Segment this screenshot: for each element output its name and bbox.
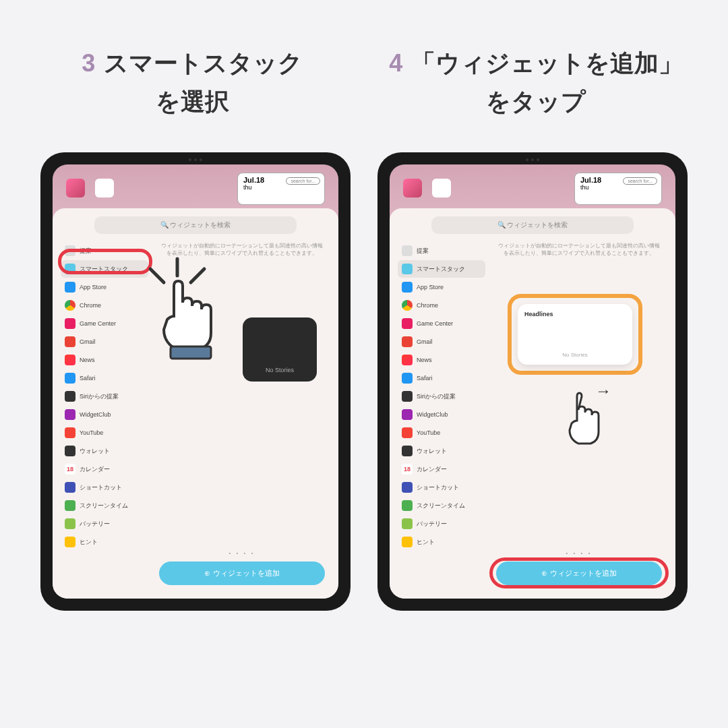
- sidebar-item[interactable]: Chrome: [61, 297, 148, 314]
- search-pill: search for...: [623, 177, 657, 185]
- search-icon: 🔍: [497, 221, 508, 229]
- app-icon: [95, 179, 114, 198]
- sidebar-item[interactable]: YouTube: [61, 424, 148, 442]
- app-icon: [65, 355, 75, 365]
- devices-row: Jul.18 thu search for... 🔍 ウィジェットを検索 提案ス…: [0, 152, 728, 611]
- sidebar-item[interactable]: Safari: [61, 369, 148, 387]
- app-icon: [402, 409, 413, 420]
- content-area: ウィジェットが自動的にローテーションして最も関連性の高い情報を表示したり、簡単に…: [491, 242, 667, 590]
- sidebar-item-label: バッテリー: [417, 520, 447, 528]
- sidebar-item-label: Chrome: [417, 302, 438, 309]
- sidebar-item[interactable]: ショートカット: [61, 479, 148, 496]
- sidebar-item[interactable]: 18カレンダー: [61, 460, 148, 478]
- sidebar-item-label: バッテリー: [80, 520, 110, 528]
- sidebar-item-label: App Store: [80, 284, 107, 291]
- sidebar-item[interactable]: ヒント: [398, 533, 485, 551]
- sidebar-item[interactable]: WidgetClub: [61, 406, 148, 423]
- app-icon: [65, 518, 75, 529]
- add-widget-button[interactable]: ⊕ ウィジェットを追加: [159, 562, 325, 585]
- sidebar-item[interactable]: YouTube: [398, 424, 485, 442]
- sidebar-item[interactable]: News: [398, 351, 485, 369]
- widget-preview-dark[interactable]: No Stories: [243, 317, 317, 382]
- sidebar-item[interactable]: スマートスタック: [398, 260, 485, 278]
- sidebar-item[interactable]: バッテリー: [61, 515, 148, 533]
- sidebar-item-label: News: [80, 357, 95, 363]
- app-icon: [65, 282, 75, 293]
- widget-sidebar: 提案スマートスタックApp StoreChromeGame CenterGmai…: [61, 242, 148, 590]
- date-widget: Jul.18 thu search for...: [574, 173, 662, 205]
- no-stories-label: No Stories: [562, 352, 587, 358]
- step-text-line2: を選択: [27, 86, 357, 119]
- sidebar-item[interactable]: バッテリー: [398, 515, 485, 533]
- sidebar-item[interactable]: News: [61, 351, 148, 369]
- search-icon: 🔍: [160, 221, 171, 229]
- sidebar-item-label: Gmail: [80, 338, 96, 345]
- sidebar-item[interactable]: Game Center: [61, 315, 148, 332]
- sidebar-item[interactable]: 18カレンダー: [398, 460, 485, 478]
- sidebar-item[interactable]: App Store: [398, 278, 485, 296]
- notch: [179, 158, 212, 162]
- page-indicator: • • • •: [491, 550, 667, 556]
- day-text: thu: [243, 184, 319, 191]
- sidebar-item-label: WidgetClub: [417, 411, 448, 418]
- sidebar-item-label: スマートスタック: [417, 265, 465, 274]
- app-icon: [402, 518, 413, 529]
- sidebar-item[interactable]: スクリーンタイム: [398, 497, 485, 514]
- widget-preview-area: Headlines No Stories →: [491, 257, 667, 545]
- widget-description: ウィジェットが自動的にローテーションして最も関連性の高い情報を表示したり、簡単に…: [491, 242, 667, 257]
- sidebar-item[interactable]: 提案: [398, 242, 485, 260]
- app-icon: [403, 179, 422, 198]
- sidebar-item-label: Safari: [417, 375, 433, 382]
- search-input[interactable]: 🔍 ウィジェットを検索: [431, 216, 634, 234]
- page-indicator: • • • •: [154, 550, 330, 556]
- sidebar-item-label: WidgetClub: [80, 411, 111, 418]
- sidebar-item[interactable]: WidgetClub: [398, 406, 485, 423]
- app-icon: [65, 537, 75, 547]
- app-icon: 18: [402, 464, 413, 475]
- app-icon: [402, 482, 413, 493]
- sidebar-item[interactable]: Gmail: [398, 333, 485, 351]
- app-icon: [65, 373, 75, 384]
- sidebar-item[interactable]: Game Center: [398, 315, 485, 332]
- sidebar-item[interactable]: App Store: [61, 278, 148, 296]
- sidebar-item-label: News: [417, 357, 432, 363]
- app-icon: [402, 391, 413, 402]
- sidebar-item[interactable]: ショートカット: [398, 479, 485, 496]
- sidebar-item[interactable]: Siriからの提案: [61, 388, 148, 405]
- app-icon: [402, 500, 413, 511]
- ipad-step3: Jul.18 thu search for... 🔍 ウィジェットを検索 提案ス…: [40, 152, 351, 611]
- widget-preview-light[interactable]: Headlines No Stories: [518, 304, 632, 365]
- sidebar-item[interactable]: ヒント: [61, 533, 148, 551]
- sidebar-item-label: 提案: [417, 247, 429, 255]
- sidebar-item-label: App Store: [417, 284, 444, 291]
- day-text: thu: [580, 184, 656, 191]
- sidebar-item[interactable]: ウォレット: [398, 442, 485, 460]
- app-icon: [65, 500, 75, 511]
- app-icon: [65, 318, 75, 329]
- sidebar-item[interactable]: スクリーンタイム: [61, 497, 148, 514]
- app-icon: [432, 179, 451, 198]
- sidebar-item[interactable]: ウォレット: [61, 442, 148, 460]
- app-icon: 18: [65, 464, 75, 475]
- app-icon: [65, 446, 75, 456]
- app-icon: [65, 391, 75, 402]
- date-widget: Jul.18 thu search for...: [237, 173, 325, 205]
- sidebar-item-label: ヒント: [417, 538, 435, 547]
- sidebar-item[interactable]: Safari: [398, 369, 485, 387]
- app-icon: [402, 264, 413, 274]
- app-icon: [402, 427, 413, 438]
- sidebar-item[interactable]: Gmail: [61, 333, 148, 351]
- step-number: 4: [389, 49, 402, 78]
- widget-picker-panel: 🔍 ウィジェットを検索 提案スマートスタックApp StoreChromeGam…: [390, 208, 675, 599]
- step-text-line2: をタップ: [371, 86, 701, 119]
- highlight-add-button: [489, 557, 669, 588]
- search-input[interactable]: 🔍 ウィジェットを検索: [94, 216, 297, 234]
- sidebar-item-label: Chrome: [80, 302, 101, 309]
- sidebar-item[interactable]: Siriからの提案: [398, 388, 485, 405]
- notch: [516, 158, 549, 162]
- app-icon: [65, 336, 75, 347]
- app-icon: [65, 482, 75, 493]
- screen: Jul.18 thu search for... 🔍 ウィジェットを検索 提案ス…: [390, 164, 675, 599]
- homescreen-background: Jul.18 thu search for...: [390, 164, 675, 212]
- sidebar-item[interactable]: Chrome: [398, 297, 485, 314]
